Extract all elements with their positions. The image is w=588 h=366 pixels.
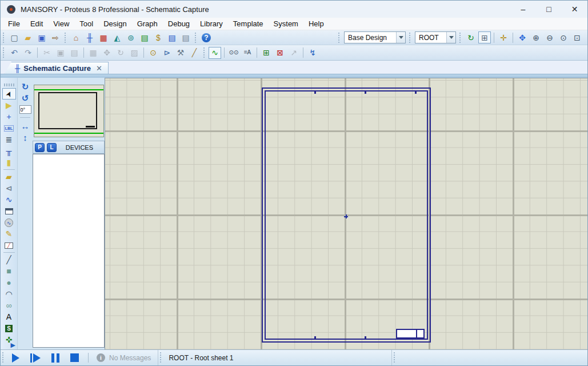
bill-of-materials-button[interactable]: $ xyxy=(152,31,165,43)
center-at-cursor-button[interactable]: ✥ xyxy=(516,31,529,43)
toolbar-grab-handle[interactable] xyxy=(202,47,206,58)
new-project-button[interactable]: ▢ xyxy=(8,31,21,43)
stop-button[interactable] xyxy=(70,353,79,362)
2d-box-mode-button[interactable]: ■ xyxy=(2,265,16,277)
voltage-probe-mode-button[interactable]: ✎ xyxy=(2,228,16,240)
menu-item-template[interactable]: Template xyxy=(228,18,269,29)
goto-sheet-button[interactable]: ↗ xyxy=(287,47,300,59)
subcircuit-mode-button[interactable]: ▮ xyxy=(2,157,16,168)
copy-button[interactable]: ▣ xyxy=(54,47,67,59)
rotate-clockwise-button[interactable]: ↻ xyxy=(19,81,31,93)
2d-circle-mode-button[interactable]: ● xyxy=(2,277,16,288)
2d-text-mode-button[interactable]: A xyxy=(2,311,16,323)
save-project-button[interactable]: ▣ xyxy=(35,31,48,43)
flip-horizontal-button[interactable]: ↔ xyxy=(19,120,31,132)
component-mode-button[interactable]: ▶ xyxy=(2,100,16,111)
redraw-display-button[interactable]: ↻ xyxy=(465,31,477,43)
block-delete-button[interactable]: ▨ xyxy=(128,47,141,59)
toolbar-grab-handle[interactable] xyxy=(408,33,412,43)
decompose-button[interactable]: ╱ xyxy=(188,47,201,59)
tab-close-icon[interactable]: ✕ xyxy=(96,64,102,73)
pick-devices-button[interactable]: P xyxy=(35,143,45,152)
search-and-tag-button[interactable]: ⊙⊙ xyxy=(227,47,240,59)
gerber-viewer-button[interactable]: ▤ xyxy=(166,31,178,43)
virtual-instruments-mode-button[interactable]: ╱ xyxy=(2,240,16,251)
message-status-cell[interactable]: i No Messages xyxy=(90,350,158,365)
wire-label-mode-button[interactable]: LBL xyxy=(2,122,16,134)
menu-item-graph[interactable]: Graph xyxy=(132,18,163,29)
project-notes-button[interactable]: ▤ xyxy=(179,31,192,43)
close-button[interactable]: ✕ xyxy=(562,1,587,18)
pcb-layout-button[interactable]: ▦ xyxy=(97,31,110,43)
false-origin-button[interactable]: ✛ xyxy=(497,31,510,43)
redo-button[interactable]: ↷ xyxy=(22,47,34,59)
undo-button[interactable]: ↶ xyxy=(8,47,21,59)
new-sheet-button[interactable]: ⊞ xyxy=(260,47,273,59)
toolbar-grab-handle[interactable] xyxy=(458,33,462,43)
block-move-button[interactable]: ✥ xyxy=(101,47,113,59)
close-project-button[interactable]: ⇨ xyxy=(49,31,62,43)
zoom-out-button[interactable]: ⊖ xyxy=(543,31,556,43)
graph-mode-button[interactable]: ∿ xyxy=(2,194,16,205)
schematic-canvas[interactable] xyxy=(105,78,588,351)
rotate-anticlockwise-button[interactable]: ↺ xyxy=(19,93,31,104)
help-button[interactable]: ? xyxy=(200,31,213,43)
toolbar-grab-handle[interactable] xyxy=(63,33,67,43)
design-explorer-button[interactable]: ⊚ xyxy=(125,31,137,43)
rotation-angle-input[interactable] xyxy=(19,105,31,114)
make-device-button[interactable]: ⊳ xyxy=(161,47,173,59)
2d-symbol-mode-button[interactable]: S xyxy=(2,323,16,334)
toolbar-overflow-icon[interactable]: ▶ xyxy=(11,341,15,349)
menu-item-view[interactable]: View xyxy=(48,18,74,29)
zoom-in-button[interactable]: ⊕ xyxy=(530,31,542,43)
design-selector-dropdown[interactable]: Base Design xyxy=(344,31,406,43)
wire-autorouter-button[interactable]: ∿ xyxy=(209,47,221,59)
object-selector-list[interactable] xyxy=(33,154,105,348)
selection-mode-button[interactable]: ➤ xyxy=(2,88,16,100)
menu-item-library[interactable]: Library xyxy=(195,18,228,29)
zoom-area-button[interactable]: ⊡ xyxy=(571,31,583,43)
block-copy-button[interactable]: ▦ xyxy=(87,47,99,59)
text-script-mode-button[interactable]: ≣ xyxy=(2,134,16,145)
toolbar-grab-handle[interactable] xyxy=(337,33,341,43)
maximize-button[interactable]: □ xyxy=(536,1,562,18)
tape-recorder-mode-button[interactable]: ▭ xyxy=(2,205,16,217)
step-button[interactable] xyxy=(30,353,41,363)
device-pins-mode-button[interactable]: ⊲ xyxy=(2,182,16,194)
menu-item-file[interactable]: File xyxy=(3,18,25,29)
sheet-selector-dropdown[interactable]: ROOT xyxy=(415,31,456,43)
toggle-grid-button[interactable]: ⊞ xyxy=(478,31,491,43)
junction-dot-mode-button[interactable]: + xyxy=(2,111,16,122)
menu-item-design[interactable]: Design xyxy=(98,18,131,29)
open-project-button[interactable]: ▰ xyxy=(22,31,34,43)
2d-path-mode-button[interactable]: ∞ xyxy=(2,300,16,311)
buses-mode-button[interactable]: ╥ xyxy=(2,145,16,157)
electrical-rule-check-button[interactable]: ↯ xyxy=(306,47,319,59)
block-rotate-button[interactable]: ↻ xyxy=(114,47,127,59)
toolbar-grab-handle[interactable] xyxy=(2,33,6,43)
3d-visualizer-button[interactable]: ◭ xyxy=(111,31,123,43)
play-button[interactable] xyxy=(12,353,19,363)
zoom-all-button[interactable]: ⊙ xyxy=(557,31,570,43)
schematic-capture-button[interactable]: ╫ xyxy=(83,31,96,43)
menu-item-help[interactable]: Help xyxy=(303,18,329,29)
terminals-mode-button[interactable]: ▰ xyxy=(2,171,16,182)
flip-vertical-button[interactable]: ↕ xyxy=(19,132,31,143)
home-page-button[interactable]: ⌂ xyxy=(70,31,82,43)
toolbar-grab-handle[interactable] xyxy=(2,47,6,58)
minimize-button[interactable]: – xyxy=(510,1,536,18)
menu-item-debug[interactable]: Debug xyxy=(163,18,195,29)
cut-button[interactable]: ✂ xyxy=(41,47,53,59)
generator-mode-button[interactable]: ∿ xyxy=(2,217,16,228)
tab-schematic-capture[interactable]: ╫ Schematic Capture ✕ xyxy=(4,62,109,74)
toolbar-grab-handle[interactable] xyxy=(194,33,198,43)
library-manager-button[interactable]: L xyxy=(47,143,57,152)
menu-item-tool[interactable]: Tool xyxy=(74,18,98,29)
pick-parts-button[interactable]: ⊙ xyxy=(147,47,159,59)
2d-line-mode-button[interactable]: ╱ xyxy=(2,254,16,265)
remove-sheet-button[interactable]: ⊠ xyxy=(274,47,286,59)
source-code-button[interactable]: ▤ xyxy=(138,31,151,43)
paste-button[interactable]: ▤ xyxy=(68,47,81,59)
pause-button[interactable] xyxy=(51,353,59,363)
2d-arc-mode-button[interactable]: ◠ xyxy=(2,288,16,300)
